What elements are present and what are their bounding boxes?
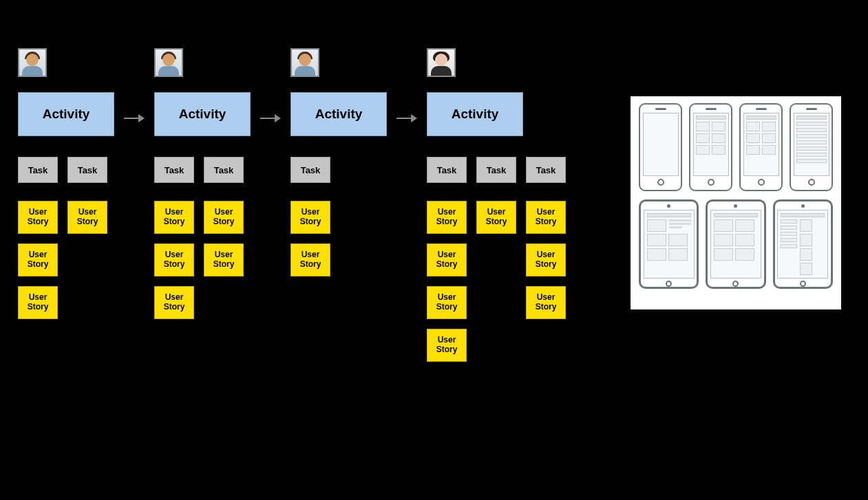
task-card: Task xyxy=(427,157,467,183)
story-card: User Story xyxy=(427,243,467,276)
tablet-wireframe xyxy=(639,199,699,289)
activity-card: Activity xyxy=(290,92,387,136)
story-stack: User Story User Story User Story xyxy=(154,201,194,319)
phone-wireframe xyxy=(689,103,732,191)
activity-label: Activity xyxy=(452,107,499,122)
story-label: User Story xyxy=(291,208,330,227)
story-card: User Story xyxy=(67,201,107,234)
story-label: User Story xyxy=(155,208,193,227)
activity-label: Activity xyxy=(43,107,90,122)
story-card: User Story xyxy=(154,243,194,276)
story-stack: User Story User Story User Story User St… xyxy=(427,201,467,362)
persona-avatar xyxy=(18,48,47,77)
story-columns: User Story User Story User Story User St… xyxy=(154,201,244,319)
story-card: User Story xyxy=(290,243,330,276)
story-card: User Story xyxy=(204,201,244,234)
story-label: User Story xyxy=(19,208,57,227)
activity-card: Activity xyxy=(154,92,251,136)
task-card: Task xyxy=(204,157,244,183)
story-label: User Story xyxy=(527,250,565,270)
phone-wireframe xyxy=(739,103,783,191)
story-label: User Story xyxy=(427,293,466,312)
story-columns: User Story User Story User Story User St… xyxy=(427,201,566,362)
task-row: Task Task xyxy=(154,157,244,183)
story-label: User Story xyxy=(204,250,243,270)
task-row: Task Task xyxy=(18,157,107,183)
story-card: User Story xyxy=(476,201,516,234)
column-2: Activity Task Task User Story User Story… xyxy=(154,48,271,319)
arrow-right-icon xyxy=(396,111,417,125)
story-stack: User Story User Story xyxy=(204,201,244,319)
story-columns: User Story User Story xyxy=(290,201,330,276)
task-row: Task Task Task xyxy=(427,157,566,183)
persona-avatar xyxy=(290,48,319,77)
story-label: User Story xyxy=(527,208,565,227)
column-3: Activity Task User Story User Story xyxy=(290,48,407,276)
story-stack: User Story User Story User Story xyxy=(526,201,566,362)
story-label: User Story xyxy=(19,250,57,270)
task-card: Task xyxy=(154,157,194,183)
story-stack: User Story xyxy=(476,201,516,362)
task-card: Task xyxy=(526,157,566,183)
story-card: User Story xyxy=(427,286,467,319)
story-card: User Story xyxy=(427,329,467,362)
activity-card: Activity xyxy=(18,92,114,136)
task-row: Task xyxy=(290,157,330,183)
story-stack: User Story User Story xyxy=(290,201,330,276)
phone-wireframe-row xyxy=(639,103,833,191)
story-card: User Story xyxy=(290,201,330,234)
story-columns: User Story User Story User Story User St… xyxy=(18,201,107,319)
tablet-wireframe xyxy=(706,199,765,289)
story-card: User Story xyxy=(18,243,58,276)
phone-wireframe xyxy=(639,103,682,191)
task-card: Task xyxy=(18,157,58,183)
story-label: User Story xyxy=(68,208,107,227)
task-label: Task xyxy=(165,165,184,175)
story-card: User Story xyxy=(154,201,194,234)
story-label: User Story xyxy=(155,293,193,312)
story-card: User Story xyxy=(204,243,244,276)
task-label: Task xyxy=(78,165,98,175)
task-card: Task xyxy=(290,157,330,183)
story-card: User Story xyxy=(18,201,58,234)
activity-label: Activity xyxy=(315,107,363,122)
tablet-wireframe xyxy=(773,199,833,289)
arrow-right-icon xyxy=(124,111,145,125)
persona-avatar xyxy=(427,48,456,77)
task-label: Task xyxy=(28,165,48,175)
story-card: User Story xyxy=(427,201,467,234)
story-map-diagram: Activity Task Task User Story User Story… xyxy=(0,0,868,500)
task-label: Task xyxy=(536,165,556,175)
story-card: User Story xyxy=(526,286,566,319)
column-1: Activity Task Task User Story User Story… xyxy=(18,48,135,319)
activity-label: Activity xyxy=(179,107,226,122)
story-stack: User Story User Story User Story xyxy=(18,201,58,319)
column-4: Activity Task Task Task User Story User … xyxy=(427,48,544,362)
story-label: User Story xyxy=(427,250,466,270)
task-label: Task xyxy=(214,165,234,175)
story-card: User Story xyxy=(526,243,566,276)
task-card: Task xyxy=(67,157,107,183)
wireframe-panel xyxy=(631,96,841,309)
story-card: User Story xyxy=(154,286,194,319)
story-card: User Story xyxy=(526,201,566,234)
story-label: User Story xyxy=(19,293,57,312)
story-card: User Story xyxy=(18,286,58,319)
phone-wireframe xyxy=(790,103,833,191)
task-label: Task xyxy=(487,165,507,175)
story-label: User Story xyxy=(204,208,243,227)
task-label: Task xyxy=(301,165,321,175)
task-card: Task xyxy=(476,157,516,183)
arrow-right-icon xyxy=(260,111,281,125)
activity-card: Activity xyxy=(427,92,523,136)
story-label: User Story xyxy=(427,336,466,355)
story-label: User Story xyxy=(527,293,565,312)
story-label: User Story xyxy=(155,250,193,270)
story-label: User Story xyxy=(291,250,330,270)
story-label: User Story xyxy=(477,208,516,227)
tablet-wireframe-row xyxy=(639,199,833,289)
story-label: User Story xyxy=(427,208,466,227)
story-stack: User Story xyxy=(67,201,107,319)
task-label: Task xyxy=(437,165,457,175)
persona-avatar xyxy=(154,48,183,77)
